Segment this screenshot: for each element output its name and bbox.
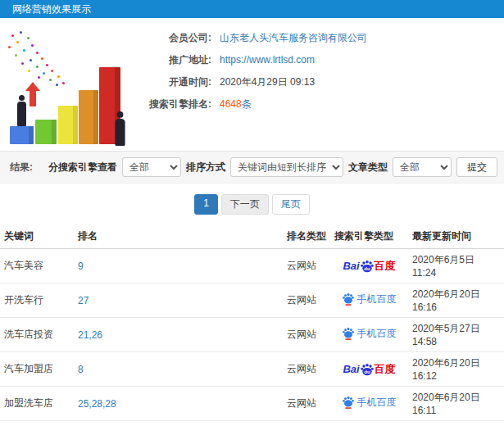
baidu-bai-text: Bai [343, 260, 359, 272]
next-page-button[interactable]: 下一页 [221, 194, 269, 215]
rank-link[interactable]: 27 [78, 295, 89, 306]
promo-url-label: 推广地址: [138, 53, 211, 67]
svg-text:du: du [364, 265, 370, 270]
mobile-baidu-label: 手机百度 [357, 327, 397, 341]
baidu-pc-logo: Bai du 百度 [343, 259, 395, 274]
promo-url-row: 推广地址: https://www.lrtlsd.com [138, 53, 367, 67]
article-type-label: 文章类型 [348, 161, 388, 174]
baidu-paw-icon: du [361, 363, 374, 376]
rank-type-cell: 云网站 [283, 387, 330, 421]
table-header-row: 关键词 排名 排名类型 搜索引擎类型 最新更新时间 [0, 224, 504, 249]
keyword-cell: 洗车店投资 [0, 318, 74, 352]
pagination: 1 下一页 尾页 [0, 184, 504, 224]
table-row: 洗车赚钱吗 30 云网站 手机百度 2020年6月20日 16:12 [0, 421, 504, 426]
businessman-right-figure [112, 111, 127, 146]
keyword-cell: 加盟洗车店 [0, 387, 74, 421]
mobile-baidu-label: 手机百度 [357, 292, 397, 306]
promo-url-link[interactable]: https://www.lrtlsd.com [220, 54, 315, 66]
rank-type-cell: 云网站 [283, 318, 330, 352]
rank-type-cell: 云网站 [283, 352, 330, 387]
mobile-baidu-icon [343, 292, 354, 306]
page: 网络营销效果展示 会员公司: 山东老人头汽车服务咨询有限公司 推广地址: htt… [0, 0, 504, 426]
baidu-cn-text: 百度 [375, 362, 396, 377]
baidu-bai-text: Bai [343, 363, 359, 375]
header-rank: 排名 [74, 224, 283, 249]
member-company-label: 会员公司: [138, 31, 211, 45]
filter-controls: 分搜索引擎查看 全部 排序方式 关键词由短到长排序 文章类型 全部 提交 [48, 157, 497, 177]
rank-type-cell: 云网站 [283, 421, 330, 426]
keyword-cell: 汽车美容 [0, 249, 74, 283]
updated-cell: 2020年6月20日 16:12 [408, 421, 504, 426]
updated-cell: 2020年6月20日 16:12 [408, 352, 504, 387]
baidu-pc-logo: Bai du 百度 [343, 362, 395, 377]
rank-link[interactable]: 9 [78, 261, 84, 272]
table-row: 洗车店投资 21,26 云网站 手机百度 2020年5月27日 14:58 [0, 318, 504, 352]
open-time-row: 开通时间: 2020年4月29日 09:13 [138, 75, 367, 89]
engine-rank-count: 4648 [220, 98, 242, 110]
confetti-decor [0, 25, 2, 27]
rank-link[interactable]: 25,28,28 [78, 398, 116, 410]
svg-text:du: du [364, 369, 370, 374]
rank-link[interactable]: 8 [78, 364, 84, 375]
mobile-baidu-badge: 手机百度 [343, 327, 397, 341]
table-row: 加盟洗车店 25,28,28 云网站 手机百度 2020年6月20日 16: [0, 387, 504, 421]
engine-rank-row: 搜索引擎排名: 4648条 [138, 97, 367, 111]
table-row: 汽车加盟店 8 云网站 Bai du 百度 2020年 [0, 352, 504, 387]
illustration-bar-orange [79, 90, 98, 144]
open-time-label: 开通时间: [138, 75, 211, 89]
mobile-baidu-icon [343, 396, 354, 409]
bar-chart-illustration [0, 25, 138, 156]
keyword-cell: 洗车赚钱吗 [0, 421, 74, 426]
baidu-cn-text: 百度 [375, 259, 396, 274]
sort-mode-label: 排序方式 [186, 161, 225, 174]
baidu-paw-icon: du [361, 260, 374, 273]
submit-button[interactable]: 提交 [456, 157, 497, 177]
illustration-bar-blue [10, 126, 34, 144]
table-row: 开洗车行 27 云网站 手机百度 2020年6月20日 16:16 [0, 283, 504, 318]
mobile-baidu-badge: 手机百度 [343, 396, 397, 410]
table-row: 汽车美容 9 云网站 Bai du 百度 2020年6 [0, 249, 504, 283]
rank-type-cell: 云网站 [283, 283, 330, 318]
page-1-button[interactable]: 1 [194, 194, 218, 215]
member-company-link[interactable]: 山东老人头汽车服务咨询有限公司 [220, 32, 367, 43]
updated-cell: 2020年6月20日 16:16 [408, 283, 504, 318]
updated-cell: 2020年5月27日 14:58 [408, 318, 504, 352]
company-info: 会员公司: 山东老人头汽车服务咨询有限公司 推广地址: https://www.… [138, 25, 367, 151]
result-label: 结果: [10, 161, 33, 174]
member-company-row: 会员公司: 山东老人头汽车服务咨询有限公司 [138, 31, 367, 45]
info-section: 会员公司: 山东老人头汽车服务咨询有限公司 推广地址: https://www.… [0, 18, 504, 151]
illustration-bar-yellow [58, 106, 78, 144]
illustration-bar-green [35, 120, 57, 144]
filter-bar: 结果: 分搜索引擎查看 全部 排序方式 关键词由短到长排序 文章类型 全部 提交 [0, 151, 504, 184]
mobile-baidu-label: 手机百度 [357, 396, 397, 410]
open-time-value: 2020年4月29日 09:13 [220, 75, 315, 89]
header-rank-type: 排名类型 [283, 224, 330, 249]
engine-rank-suffix: 条 [242, 98, 252, 110]
businessman-left-figure [15, 95, 28, 126]
engine-view-label: 分搜索引擎查看 [48, 161, 117, 174]
page-title: 网络营销效果展示 [0, 0, 504, 18]
keyword-cell: 汽车加盟店 [0, 352, 74, 387]
engine-view-select[interactable]: 全部 [122, 157, 181, 177]
rankings-table: 关键词 排名 排名类型 搜索引擎类型 最新更新时间 汽车美容 9 云网站 Bai [0, 224, 504, 426]
updated-cell: 2020年6月5日 11:24 [408, 249, 504, 283]
mobile-baidu-icon [343, 327, 354, 340]
article-type-select[interactable]: 全部 [393, 157, 452, 177]
up-arrow-icon [30, 90, 36, 106]
sort-mode-select[interactable]: 关键词由短到长排序 [230, 157, 343, 177]
rank-link[interactable]: 21,26 [78, 329, 102, 341]
last-page-button[interactable]: 尾页 [272, 194, 310, 215]
header-engine-type: 搜索引擎类型 [330, 224, 408, 249]
header-updated: 最新更新时间 [408, 224, 504, 249]
mobile-baidu-badge: 手机百度 [343, 292, 397, 306]
rank-type-cell: 云网站 [283, 249, 330, 283]
header-keyword: 关键词 [0, 224, 74, 249]
keyword-cell: 开洗车行 [0, 283, 74, 318]
engine-rank-label: 搜索引擎排名: [138, 97, 211, 111]
updated-cell: 2020年6月20日 16:11 [408, 387, 504, 421]
